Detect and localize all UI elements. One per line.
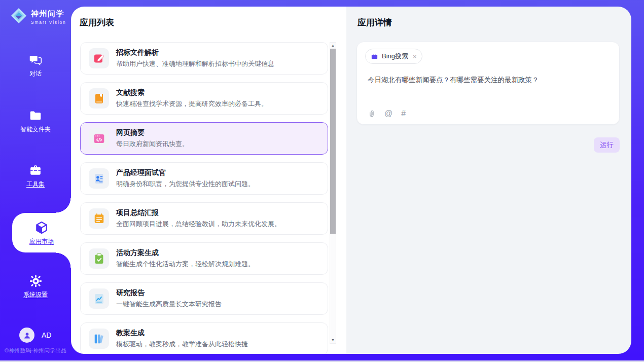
app-card-list: 招标文件解析 帮助用户快速、准确地理解和解析招标书中的关键信息 文献搜索 快速精… [80,42,328,354]
app-list-title: 应用列表 [80,17,114,28]
user-row[interactable]: AD [19,328,51,343]
note-icon [93,212,105,225]
brand-name: 神州问学 [31,9,66,19]
app-card-title: 研究报告 [116,288,222,298]
query-text[interactable]: 今日湖北有哪些新闻要点？有哪些需要关注的最新政策？ [368,76,609,85]
app-card-desc: 帮助用户快速、准确地理解和解析招标书中的关键信息 [116,59,274,68]
app-card-desc: 明确身份和职责，为您提供专业性的面试问题。 [116,179,255,189]
briefcase-icon [371,53,378,60]
app-detail-title: 应用详情 [357,17,392,28]
app-card-desc: 全面回顾项目进展，总结经验教训，助力未来优化发展。 [116,220,281,229]
sidebar-item-app-market[interactable]: 应用市场 [12,213,71,252]
prompt-card: Bing搜索 × 今日湖北有哪些新闻要点？有哪些需要关注的最新政策？ @# [356,42,620,125]
app-root: 神州问学 Smart Vision 对话 智能文件夹 工具集 应用市场 系统设置… [0,0,644,362]
tool-tag-bing-search[interactable]: Bing搜索 × [365,49,422,64]
sidebar-item-label: 工具集 [26,180,45,189]
at-icon[interactable]: @ [384,110,392,118]
clipboard-check-icon [93,252,105,265]
app-card[interactable]: 网页摘要 每日政府新闻资讯快查。 [80,122,328,155]
sidebar-item-settings[interactable]: 系统设置 [0,273,71,302]
app-detail-panel: 应用详情 Bing搜索 × 今日湖北有哪些新闻要点？有哪些需要关注的最新政策？ … [346,7,631,354]
app-card-desc: 模板驱动，教案秒成，教学准备从此轻松快捷 [116,340,248,349]
app-card-title: 活动方案生成 [116,248,255,258]
tool-tag-label: Bing搜索 [382,52,408,61]
sidebar-item-label: 对话 [29,69,42,78]
scroll-down-arrow-icon[interactable]: ▼ [330,337,336,343]
brand-diamond-icon [10,7,27,26]
sidebar-item-smart-folder[interactable]: 智能文件夹 [0,108,71,136]
app-card-title: 文献搜索 [116,88,268,97]
paperclip-icon[interactable] [368,110,376,118]
books-icon [93,333,105,345]
app-card[interactable]: 研究报告 一键智能生成高质量长文本研究报告 [80,282,328,315]
brand-logo: 神州问学 Smart Vision [10,7,66,26]
gear-icon [29,273,43,288]
app-card-title: 招标文件解析 [116,48,274,57]
toolbox-icon [29,163,42,178]
brand-subtitle: Smart Vision [31,20,66,25]
folder-icon [29,108,42,123]
app-card-title: 网页摘要 [116,128,189,137]
app-card-desc: 一键智能生成高质量长文本研究报告 [116,300,222,309]
hash-icon[interactable]: # [401,110,406,118]
app-card-desc: 智能生成个性化活动方案，轻松解决规划难题。 [116,260,255,269]
user-name: AD [42,331,51,339]
app-card[interactable]: 活动方案生成 智能生成个性化活动方案，轻松解决规划难题。 [80,242,328,275]
sidebar-item-toolset[interactable]: 工具集 [0,163,71,191]
app-card[interactable]: 教案生成 模板驱动，教案秒成，教学准备从此轻松快捷 [80,322,328,354]
run-button[interactable]: 运行 [594,137,620,153]
app-card[interactable]: 文献搜索 快速精准查找学术资源，提高研究效率的必备工具。 [80,82,328,115]
sidebar-item-chat[interactable]: 对话 [0,52,71,81]
interview-icon [93,172,105,185]
chat-icon [29,52,42,67]
app-card-desc: 快速精准查找学术资源，提高研究效率的必备工具。 [116,99,268,108]
app-card-desc: 每日政府新闻资讯快查。 [116,139,189,149]
browser-code-icon [93,132,105,145]
scrollbar-thumb[interactable] [330,49,336,234]
main-content: 应用列表 招标文件解析 帮助用户快速、准确地理解和解析招标书中的关键信息 文献搜… [71,7,631,354]
user-avatar-icon [19,328,34,343]
close-icon[interactable]: × [413,53,417,60]
book-icon [93,92,105,105]
copyright-footer: ©神州数码·神州问学出品 [0,347,71,354]
pen-square-icon [93,52,105,65]
report-icon [93,293,105,305]
app-card[interactable]: 项目总结汇报 全面回顾项目进展，总结经验教训，助力未来优化发展。 [80,202,328,235]
app-card[interactable]: 招标文件解析 帮助用户快速、准确地理解和解析招标书中的关键信息 [80,42,328,75]
scroll-up-arrow-icon[interactable]: ▲ [330,43,336,49]
sidebar-item-label: 智能文件夹 [20,125,51,134]
app-card[interactable]: 产品经理面试官 明确身份和职责，为您提供专业性的面试问题。 [80,162,328,195]
app-card-title: 教案生成 [116,329,248,338]
scrollbar[interactable]: ▲ ▼ [330,42,336,344]
app-card-title: 项目总结汇报 [116,208,281,218]
cube-icon [34,220,49,235]
app-list-panel: 应用列表 招标文件解析 帮助用户快速、准确地理解和解析招标书中的关键信息 文献搜… [71,7,346,354]
sidebar-item-label: 应用市场 [29,237,54,246]
sidebar-item-label: 系统设置 [23,291,48,299]
app-card-title: 产品经理面试官 [116,168,255,177]
composer-toolbar: @# [368,110,406,118]
sidebar: 神州问学 Smart Vision 对话 智能文件夹 工具集 应用市场 系统设置… [0,0,71,360]
